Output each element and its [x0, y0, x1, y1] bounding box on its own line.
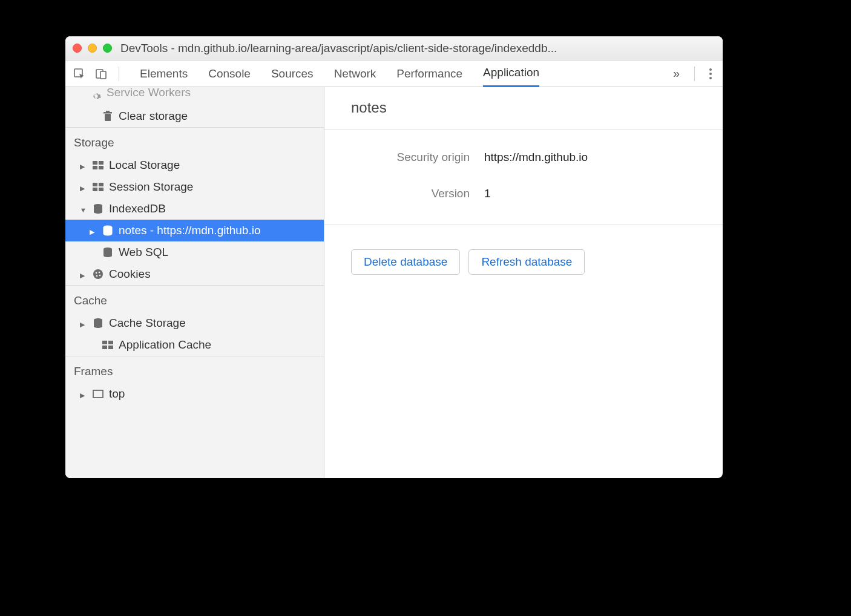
tab-console[interactable]: Console	[208, 61, 251, 87]
sidebar-section-cache: Cache	[65, 286, 324, 312]
tab-elements[interactable]: Elements	[140, 61, 188, 87]
panel-tabs: Elements Console Sources Network Perform…	[129, 60, 662, 87]
sidebar-item-label: Local Storage	[109, 159, 180, 172]
svg-point-21	[96, 275, 98, 277]
svg-rect-12	[93, 188, 97, 191]
svg-rect-4	[104, 112, 112, 114]
database-title: notes	[324, 87, 723, 130]
chevron-right-icon	[80, 267, 87, 281]
sidebar-item-web-sql[interactable]: Web SQL	[65, 241, 324, 263]
svg-rect-3	[105, 114, 111, 121]
database-icon	[92, 317, 104, 329]
sidebar-item-local-storage[interactable]: Local Storage	[65, 154, 324, 176]
toolbar-separator	[119, 67, 119, 81]
close-window-button[interactable]	[73, 44, 82, 53]
sidebar-item-label: notes - https://mdn.github.io	[119, 224, 260, 237]
sidebar-item-service-workers[interactable]: Service Workers	[65, 87, 324, 105]
svg-rect-5	[106, 111, 110, 112]
svg-point-19	[99, 272, 100, 274]
svg-rect-11	[99, 183, 104, 186]
table-icon	[92, 159, 104, 171]
database-icon	[92, 203, 104, 215]
sidebar-item-label: IndexedDB	[109, 202, 166, 215]
trash-icon	[102, 110, 114, 122]
sidebar-item-cookies[interactable]: Cookies	[65, 263, 324, 285]
device-toolbar-icon[interactable]	[93, 66, 109, 82]
svg-point-18	[96, 272, 97, 274]
cookie-icon	[92, 268, 104, 280]
sidebar-item-application-cache[interactable]: Application Cache	[65, 334, 324, 356]
svg-point-20	[99, 275, 101, 277]
minimize-window-button[interactable]	[88, 44, 97, 53]
settings-menu-icon[interactable]	[705, 68, 717, 79]
tab-performance[interactable]: Performance	[396, 61, 462, 87]
sidebar-item-label: Application Cache	[119, 338, 211, 352]
devtools-toolbar: Elements Console Sources Network Perform…	[65, 61, 723, 87]
sidebar-item-label: top	[109, 387, 125, 401]
chevron-down-icon	[80, 202, 87, 215]
delete-database-button[interactable]: Delete database	[351, 249, 460, 275]
sidebar-item-label: Session Storage	[109, 180, 193, 194]
detail-value: 1	[484, 187, 491, 200]
sidebar-item-cache-storage[interactable]: Cache Storage	[65, 312, 324, 334]
titlebar: DevTools - mdn.github.io/learning-area/j…	[65, 36, 723, 61]
tab-sources[interactable]: Sources	[271, 61, 314, 87]
maximize-window-button[interactable]	[103, 44, 112, 53]
main-panel: notes Security origin https://mdn.github…	[324, 87, 723, 478]
database-icon	[102, 224, 114, 237]
refresh-database-button[interactable]: Refresh database	[468, 249, 585, 275]
detail-row-security-origin: Security origin https://mdn.github.io	[349, 151, 698, 164]
svg-rect-2	[100, 71, 106, 79]
tab-application[interactable]: Application	[483, 60, 539, 87]
table-icon	[92, 181, 104, 193]
chevron-right-icon	[90, 224, 97, 237]
sidebar-item-label: Clear storage	[119, 110, 188, 123]
svg-rect-27	[93, 390, 103, 398]
svg-rect-6	[93, 161, 97, 165]
devtools-window: DevTools - mdn.github.io/learning-area/j…	[65, 36, 723, 478]
chevron-right-icon	[80, 316, 87, 330]
svg-rect-8	[93, 166, 97, 169]
svg-rect-24	[108, 341, 113, 344]
sidebar-item-indexeddb[interactable]: IndexedDB	[65, 198, 324, 220]
database-actions: Delete database Refresh database	[324, 225, 723, 299]
sidebar-item-session-storage[interactable]: Session Storage	[65, 176, 324, 198]
svg-rect-7	[99, 161, 104, 165]
table-icon	[102, 339, 114, 351]
chevron-right-icon	[80, 180, 87, 194]
chevron-right-icon	[80, 159, 87, 172]
svg-rect-25	[102, 346, 107, 349]
application-sidebar: Service Workers Clear storage Storage Lo…	[65, 87, 324, 478]
sidebar-item-indexeddb-notes[interactable]: notes - https://mdn.github.io	[65, 220, 324, 241]
frame-icon	[92, 388, 104, 400]
database-details: Security origin https://mdn.github.io Ve…	[324, 130, 723, 225]
window-controls	[73, 44, 112, 53]
sidebar-section-frames: Frames	[65, 356, 324, 383]
more-tabs-icon[interactable]: »	[668, 67, 685, 80]
detail-value: https://mdn.github.io	[484, 151, 588, 164]
svg-point-17	[93, 269, 103, 279]
sidebar-item-clear-storage[interactable]: Clear storage	[65, 105, 324, 127]
detail-label: Security origin	[349, 151, 470, 164]
svg-rect-13	[99, 188, 104, 191]
panel-body: Service Workers Clear storage Storage Lo…	[65, 87, 723, 478]
gear-icon	[90, 90, 102, 102]
tab-network[interactable]: Network	[334, 61, 376, 87]
svg-rect-10	[93, 183, 97, 186]
sidebar-item-label: Web SQL	[119, 246, 168, 259]
sidebar-item-label: Cache Storage	[109, 316, 186, 330]
inspect-element-icon[interactable]	[71, 66, 87, 82]
sidebar-item-label: Cookies	[109, 267, 151, 281]
detail-row-version: Version 1	[349, 187, 698, 200]
chevron-right-icon	[80, 387, 87, 401]
sidebar-section-storage: Storage	[65, 128, 324, 154]
toolbar-separator	[694, 67, 695, 81]
sidebar-item-label: Service Workers	[107, 87, 191, 99]
window-title: DevTools - mdn.github.io/learning-area/j…	[120, 42, 715, 55]
sidebar-item-frames-top[interactable]: top	[65, 383, 324, 405]
svg-rect-9	[99, 166, 104, 169]
svg-rect-26	[108, 346, 113, 349]
database-icon	[102, 246, 114, 258]
detail-label: Version	[349, 187, 470, 200]
svg-rect-23	[102, 341, 107, 344]
